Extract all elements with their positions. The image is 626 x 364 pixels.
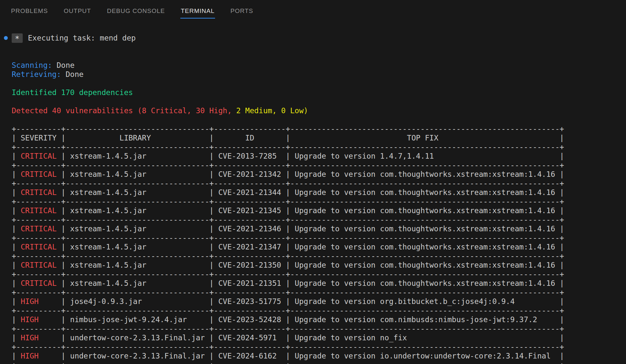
table-row: | CRITICAL | xstream-1.4.5.jar | CVE-202… bbox=[12, 242, 626, 251]
table-border: +----------+----------------------------… bbox=[12, 124, 626, 133]
task-label: Executing task: mend dep bbox=[28, 33, 136, 42]
table-row: | HIGH | undertow-core-2.3.13.Final.jar … bbox=[12, 351, 626, 360]
table-row: | CRITICAL | xstream-1.4.5.jar | CVE-202… bbox=[12, 170, 626, 179]
retrieving-label: Retrieving: bbox=[12, 70, 61, 79]
vulnerability-table: +----------+----------------------------… bbox=[12, 124, 626, 364]
table-border: +----------+----------------------------… bbox=[12, 270, 626, 279]
table-header-row: | SEVERITY | LIBRARY | ID | TOP FIX | bbox=[12, 133, 626, 142]
severity-cell: CRITICAL bbox=[16, 188, 61, 197]
severity-cell: CRITICAL bbox=[16, 152, 61, 160]
retrieving-status-line: Retrieving: Done bbox=[12, 70, 626, 79]
severity-cell: CRITICAL bbox=[16, 243, 61, 251]
detected-line: Detected 40 vulnerabilities (8 Critical,… bbox=[12, 106, 626, 115]
table-border: +----------+----------------------------… bbox=[12, 197, 626, 206]
severity-cell: HIGH bbox=[16, 315, 61, 324]
panel-tab-terminal[interactable]: TERMINAL bbox=[180, 4, 215, 18]
detected-segment: Detected 40 vulnerabilities (8 Critical,… bbox=[12, 106, 236, 115]
severity-cell: CRITICAL bbox=[16, 279, 61, 287]
identified-text: Identified 170 dependencies bbox=[12, 88, 133, 97]
severity-cell: HIGH bbox=[16, 334, 61, 342]
table-row: | HIGH | nimbus-jose-jwt-9.24.4.jar | CV… bbox=[12, 315, 626, 324]
table-border: +----------+----------------------------… bbox=[12, 306, 626, 315]
table-row: | HIGH | jose4j-0.9.3.jar | CVE-2023-517… bbox=[12, 297, 626, 306]
scanning-label: Scanning: bbox=[12, 61, 52, 69]
table-row: | CRITICAL | xstream-1.4.5.jar | CVE-202… bbox=[12, 261, 626, 270]
table-row: | CRITICAL | xstream-1.4.5.jar | CVE-202… bbox=[12, 224, 626, 233]
identified-line: Identified 170 dependencies bbox=[12, 88, 626, 97]
table-border: +----------+----------------------------… bbox=[12, 360, 626, 364]
table-border: +----------+----------------------------… bbox=[12, 342, 626, 351]
blank-line bbox=[12, 52, 626, 61]
retrieving-value: Done bbox=[66, 70, 83, 79]
panel-tab-problems[interactable]: PROBLEMS bbox=[11, 4, 48, 18]
table-border: +----------+----------------------------… bbox=[12, 179, 626, 188]
blank-line bbox=[12, 97, 626, 106]
table-row: | CRITICAL | xstream-1.4.5.jar | CVE-202… bbox=[12, 188, 626, 197]
blank-line bbox=[12, 42, 626, 52]
blank-line bbox=[12, 115, 626, 124]
panel-tabbar: PROBLEMSOUTPUTDEBUG CONSOLETERMINALPORTS bbox=[0, 0, 626, 22]
task-line: * Executing task: mend dep bbox=[12, 33, 626, 42]
severity-cell: HIGH bbox=[16, 297, 61, 306]
severity-cell: CRITICAL bbox=[16, 170, 61, 178]
panel-tab-debug-console[interactable]: DEBUG CONSOLE bbox=[107, 4, 165, 18]
table-border: +----------+----------------------------… bbox=[12, 142, 626, 152]
panel-tab-ports[interactable]: PORTS bbox=[230, 4, 254, 18]
severity-cell: CRITICAL bbox=[16, 224, 61, 233]
severity-cell: HIGH bbox=[16, 352, 61, 360]
detected-segment: 2 Medium, 0 Low) bbox=[236, 106, 308, 115]
table-border: +----------+----------------------------… bbox=[12, 215, 626, 224]
table-border: +----------+----------------------------… bbox=[12, 324, 626, 333]
blank-line bbox=[12, 79, 626, 88]
terminal-command-decoration-icon[interactable] bbox=[4, 36, 8, 40]
table-border: +----------+----------------------------… bbox=[12, 251, 626, 261]
severity-cell: CRITICAL bbox=[16, 261, 61, 269]
table-border: +----------+----------------------------… bbox=[12, 161, 626, 170]
task-badge: * bbox=[12, 33, 23, 43]
table-row: | CRITICAL | xstream-1.4.5.jar | CVE-202… bbox=[12, 279, 626, 288]
table-border: +----------+----------------------------… bbox=[12, 233, 626, 242]
terminal-view[interactable]: * Executing task: mend dep Scanning: Don… bbox=[0, 22, 626, 364]
table-row: | HIGH | undertow-core-2.3.13.Final.jar … bbox=[12, 333, 626, 342]
panel-tab-output[interactable]: OUTPUT bbox=[64, 4, 91, 18]
table-row: | CRITICAL | xstream-1.4.5.jar | CVE-202… bbox=[12, 206, 626, 215]
table-row: | CRITICAL | xstream-1.4.5.jar | CVE-201… bbox=[12, 152, 626, 161]
scanning-status-line: Scanning: Done bbox=[12, 61, 626, 70]
severity-cell: CRITICAL bbox=[16, 206, 61, 215]
scanning-value: Done bbox=[56, 61, 74, 69]
table-border: +----------+----------------------------… bbox=[12, 288, 626, 297]
